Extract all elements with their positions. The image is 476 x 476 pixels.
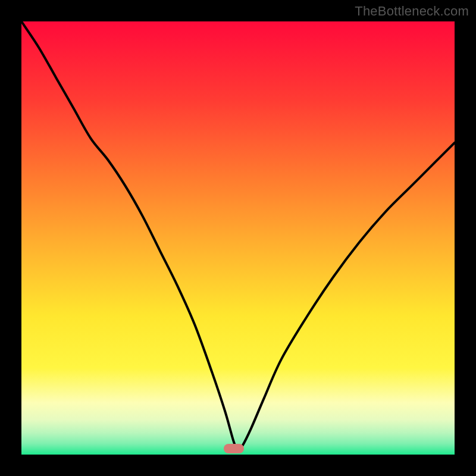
- bottleneck-curve-path: [21, 21, 455, 450]
- plot-area: [21, 21, 455, 455]
- optimal-balance-marker: [224, 444, 244, 453]
- watermark-text: TheBottleneck.com: [355, 4, 469, 19]
- chart-frame: TheBottleneck.com: [0, 0, 476, 476]
- bottleneck-curve: [21, 21, 455, 455]
